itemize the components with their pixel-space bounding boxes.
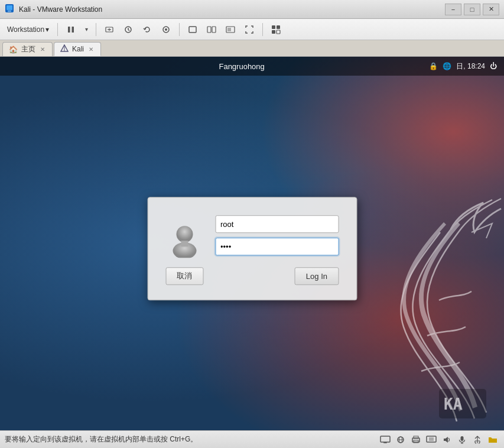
display-status-icon[interactable] <box>425 433 438 446</box>
login-buttons: 取消 Log In <box>165 267 339 285</box>
tab-home[interactable]: 🏠 主页 ✕ <box>2 42 53 56</box>
lock-icon: 🔒 <box>429 62 438 70</box>
svg-rect-3 <box>68 27 70 33</box>
view-fullscreen-button[interactable] <box>222 22 239 37</box>
login-button[interactable]: Log In <box>295 267 339 285</box>
login-fields <box>215 215 339 255</box>
toolbar-separator-2 <box>96 23 96 36</box>
folder-status-icon[interactable] <box>486 433 499 446</box>
mic-status-icon[interactable] <box>456 433 469 446</box>
svg-rect-19 <box>277 30 280 34</box>
revert-snapshot-button[interactable] <box>139 22 155 37</box>
password-field-wrapper <box>215 238 339 255</box>
topbar-datetime: 日, 18:24 <box>456 61 485 72</box>
workstation-label: Workstation <box>7 25 44 34</box>
vm-status-icon[interactable] <box>379 433 392 446</box>
app-icon <box>5 4 14 15</box>
user-avatar <box>165 220 203 258</box>
print-status-icon[interactable] <box>409 433 422 446</box>
svg-marker-38 <box>444 437 448 443</box>
tab-kali-label: Kali <box>72 45 84 53</box>
maximize-button[interactable]: □ <box>464 4 480 15</box>
toolbar-separator-4 <box>262 23 263 36</box>
vm-topbar-right: 🔒 🌐 日, 18:24 ⏻ <box>429 61 497 72</box>
svg-rect-11 <box>189 27 196 33</box>
home-icon: 🏠 <box>9 46 18 54</box>
svg-rect-15 <box>227 28 231 31</box>
minimize-button[interactable]: − <box>445 4 461 15</box>
status-hint-text: 要将输入定向到该虚拟机，请在虚拟机内部单击或按 Ctrl+G。 <box>5 434 197 444</box>
login-dialog: 取消 Log In <box>147 197 357 300</box>
tab-kali-close[interactable]: ✕ <box>87 46 95 53</box>
snapshot-button[interactable] <box>120 22 136 37</box>
kali-tab-icon <box>60 44 69 54</box>
cancel-button[interactable]: 取消 <box>165 267 203 285</box>
svg-rect-26 <box>181 241 188 246</box>
svg-rect-37 <box>429 437 434 441</box>
vm-topbar-center-text: Fangruohong <box>54 62 429 71</box>
vm-topbar: Fangruohong 🔒 🌐 日, 18:24 ⏻ <box>0 57 504 76</box>
vm-area[interactable]: KA Fangruohong 🔒 🌐 日, 18:24 ⏻ <box>0 57 504 430</box>
manage-snapshots-button[interactable] <box>158 22 174 37</box>
workstation-menu[interactable]: Workstation ▾ <box>4 24 53 35</box>
username-input[interactable] <box>215 215 339 233</box>
toolbar-separator-3 <box>179 23 180 36</box>
svg-rect-18 <box>272 30 275 34</box>
tab-home-label: 主页 <box>21 44 35 54</box>
svg-rect-1 <box>6 5 12 10</box>
svg-text:KA: KA <box>444 395 463 413</box>
toolbar-separator-1 <box>57 23 58 36</box>
kali-desktop[interactable]: KA Fangruohong 🔒 🌐 日, 18:24 ⏻ <box>0 57 504 430</box>
usb-status-icon[interactable] <box>471 433 484 446</box>
network-icon: 🌐 <box>443 62 451 70</box>
password-input[interactable] <box>215 238 339 255</box>
view-single-button[interactable] <box>184 22 201 37</box>
svg-rect-13 <box>212 27 216 33</box>
fullscreen-button[interactable] <box>241 22 258 37</box>
status-bar: 要将输入定向到该虚拟机，请在虚拟机内部单击或按 Ctrl+G。 <box>0 430 504 448</box>
tabs-bar: 🏠 主页 ✕ Kali ✕ <box>0 40 504 57</box>
pause-dropdown-button[interactable]: ▾ <box>82 22 91 37</box>
send-ctrl-alt-del-button[interactable] <box>101 22 118 37</box>
window-title: Kali - VMware Workstation <box>19 5 102 14</box>
svg-rect-17 <box>277 25 280 29</box>
audio-status-icon[interactable] <box>440 433 453 446</box>
title-bar-left: Kali - VMware Workstation <box>5 4 102 15</box>
toolbar: Workstation ▾ ▾ <box>0 19 504 40</box>
title-bar-controls: − □ ✕ <box>445 4 499 15</box>
close-button[interactable]: ✕ <box>483 4 499 15</box>
svg-point-25 <box>176 226 193 242</box>
unity-button[interactable] <box>268 22 284 37</box>
svg-rect-27 <box>381 436 390 442</box>
title-bar: Kali - VMware Workstation − □ ✕ <box>0 0 504 19</box>
workstation-dropdown-icon: ▾ <box>45 25 49 34</box>
power-icon[interactable]: ⏻ <box>490 62 497 70</box>
tab-kali[interactable]: Kali ✕ <box>54 42 101 56</box>
svg-rect-16 <box>272 25 275 29</box>
login-content <box>165 215 339 258</box>
svg-rect-39 <box>461 436 464 441</box>
network-status-icon[interactable] <box>394 433 407 446</box>
svg-rect-4 <box>72 27 74 33</box>
kali-logo-svg: KA <box>356 194 504 430</box>
status-icons <box>379 433 499 446</box>
view-split-button[interactable] <box>203 22 220 37</box>
tab-home-close[interactable]: ✕ <box>39 46 46 53</box>
svg-rect-12 <box>207 27 211 33</box>
svg-rect-2 <box>8 11 11 12</box>
pause-button[interactable] <box>63 22 79 37</box>
svg-point-10 <box>165 28 167 31</box>
